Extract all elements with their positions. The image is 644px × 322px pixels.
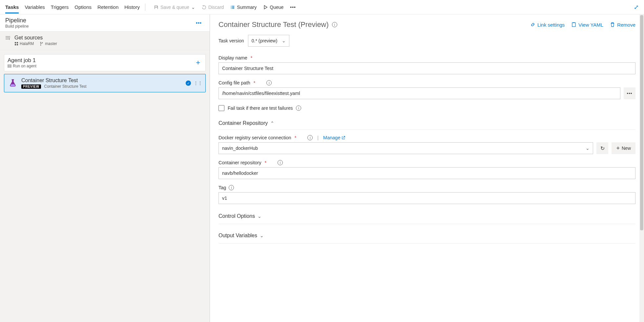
manage-label: Manage xyxy=(323,135,340,140)
add-task-icon[interactable]: + xyxy=(194,58,202,67)
pipeline-tabs: Tasks Variables Triggers Options Retenti… xyxy=(5,1,140,13)
pipeline-subtitle: Build pipeline xyxy=(5,24,29,29)
pipeline-title: Pipeline xyxy=(5,17,29,24)
agent-job-item[interactable]: Agent job 1 Run on agent + xyxy=(4,54,206,71)
discard-label: Discard xyxy=(208,5,224,10)
clipboard-icon xyxy=(571,22,576,27)
config-path-input[interactable] xyxy=(218,87,620,99)
summary-button[interactable]: Summary xyxy=(227,3,260,12)
top-toolbar: Tasks Variables Triggers Options Retenti… xyxy=(0,0,644,14)
tab-retention[interactable]: Retention xyxy=(97,1,118,13)
display-name-label: Display name xyxy=(218,55,247,60)
tab-variables[interactable]: Variables xyxy=(25,1,45,13)
info-icon[interactable]: i xyxy=(278,160,283,165)
view-yaml-button[interactable]: View YAML xyxy=(571,22,603,28)
scrollbar[interactable] xyxy=(639,14,644,322)
tab-options[interactable]: Options xyxy=(74,1,92,13)
tab-history[interactable]: History xyxy=(124,1,140,13)
docker-conn-value: navin_dockerHub xyxy=(222,146,258,151)
agent-job-title: Agent job 1 xyxy=(8,57,36,64)
save-queue-button[interactable]: Save & queue ⌄ xyxy=(151,3,198,12)
task-version-value: 0.* (preview) xyxy=(252,38,278,43)
check-icon: ✓ xyxy=(186,80,191,86)
task-details-pane: Container Structure Test (Preview) i Lin… xyxy=(210,14,644,322)
view-yaml-label: View YAML xyxy=(578,22,603,28)
discard-button[interactable]: Discard xyxy=(198,3,227,12)
get-sources-item[interactable]: Get sources HalaRM master xyxy=(0,32,210,50)
output-variables-section[interactable]: Output Variables ⌄ xyxy=(218,229,635,242)
tab-tasks[interactable]: Tasks xyxy=(5,1,19,13)
manage-link[interactable]: Manage xyxy=(323,135,345,140)
list-icon xyxy=(230,5,235,10)
more-icon: ••• xyxy=(290,5,296,10)
chevron-up-icon: ⌃ xyxy=(270,121,274,126)
chevron-down-icon: ⌄ xyxy=(258,214,261,219)
refresh-button[interactable]: ↻ xyxy=(596,142,608,154)
task-version-select[interactable]: 0.* (preview) ⌄ xyxy=(248,35,289,47)
info-icon[interactable]: i xyxy=(266,80,272,85)
tag-input[interactable] xyxy=(218,192,635,204)
chevron-down-icon: ⌄ xyxy=(586,146,590,151)
branch-name: master xyxy=(40,41,57,46)
docker-conn-label: Docker registry service connection xyxy=(218,135,291,140)
pipeline-tree-pane: Pipeline Build pipeline ••• Get sources … xyxy=(0,14,210,322)
separator xyxy=(218,243,635,243)
config-path-label: Config file path xyxy=(218,80,250,85)
undo-icon xyxy=(202,5,206,10)
pipeline-more-icon[interactable]: ••• xyxy=(193,19,204,27)
container-repository-section[interactable]: Container Repository ⌃ xyxy=(218,117,635,130)
container-repo-label: Container repository xyxy=(218,160,261,165)
play-icon xyxy=(263,5,268,10)
get-sources-label: Get sources xyxy=(14,35,43,41)
info-icon[interactable]: i xyxy=(332,22,337,27)
plus-icon: + xyxy=(616,145,620,152)
task-version-label: Task version xyxy=(218,38,244,43)
docker-conn-select[interactable]: navin_dockerHub ⌄ xyxy=(218,142,593,154)
external-link-icon xyxy=(342,136,345,140)
separator: | xyxy=(317,135,319,140)
new-connection-button[interactable]: + New xyxy=(612,142,635,154)
drag-handle-icon[interactable]: ⋮⋮ xyxy=(194,80,202,86)
separator xyxy=(218,224,635,224)
chevron-down-icon: ⌄ xyxy=(260,233,264,238)
display-name-input[interactable] xyxy=(218,62,635,74)
fullscreen-icon[interactable]: ⤢ xyxy=(631,2,641,12)
link-settings-button[interactable]: Link settings xyxy=(530,22,565,28)
new-label: New xyxy=(622,146,631,151)
save-queue-label: Save & queue xyxy=(160,5,189,10)
svg-rect-2 xyxy=(572,23,575,27)
task-title: Container Structure Test (Preview) xyxy=(218,20,329,29)
tab-triggers[interactable]: Triggers xyxy=(51,1,69,13)
svg-rect-1 xyxy=(8,66,11,67)
browse-button[interactable]: ••• xyxy=(624,87,635,99)
remove-button[interactable]: Remove xyxy=(610,22,635,28)
fail-task-checkbox[interactable] xyxy=(218,105,224,111)
link-settings-label: Link settings xyxy=(537,22,565,28)
container-repo-input[interactable] xyxy=(218,167,635,179)
repo-icon xyxy=(14,42,18,46)
info-icon[interactable]: i xyxy=(307,135,313,140)
server-icon xyxy=(8,64,11,68)
task-item-subtitle: Container Structure Test xyxy=(44,84,87,89)
more-button[interactable]: ••• xyxy=(287,3,299,12)
container-repo-section-label: Container Repository xyxy=(218,120,268,126)
trash-icon xyxy=(610,22,615,27)
queue-button[interactable]: Queue xyxy=(260,3,287,12)
info-icon[interactable]: i xyxy=(296,105,301,111)
info-icon[interactable]: i xyxy=(229,185,234,190)
flask-icon xyxy=(8,78,18,88)
summary-label: Summary xyxy=(237,5,257,10)
svg-rect-0 xyxy=(8,65,11,66)
save-icon xyxy=(154,5,158,10)
control-options-label: Control Options xyxy=(218,213,255,219)
pipeline-header[interactable]: Pipeline Build pipeline ••• xyxy=(0,14,210,32)
tag-label: Tag xyxy=(218,185,226,190)
fail-task-label: Fail task if there are test failures xyxy=(228,105,293,111)
svg-rect-3 xyxy=(573,22,575,23)
control-options-section[interactable]: Control Options ⌄ xyxy=(218,210,635,222)
task-item-container-structure-test[interactable]: Container Structure Test PREVIEW Contain… xyxy=(4,74,206,92)
more-icon: ••• xyxy=(627,91,633,96)
agent-job-subtitle: Run on agent xyxy=(13,64,36,68)
required-icon: * xyxy=(265,160,267,165)
preview-badge: PREVIEW xyxy=(21,84,41,89)
